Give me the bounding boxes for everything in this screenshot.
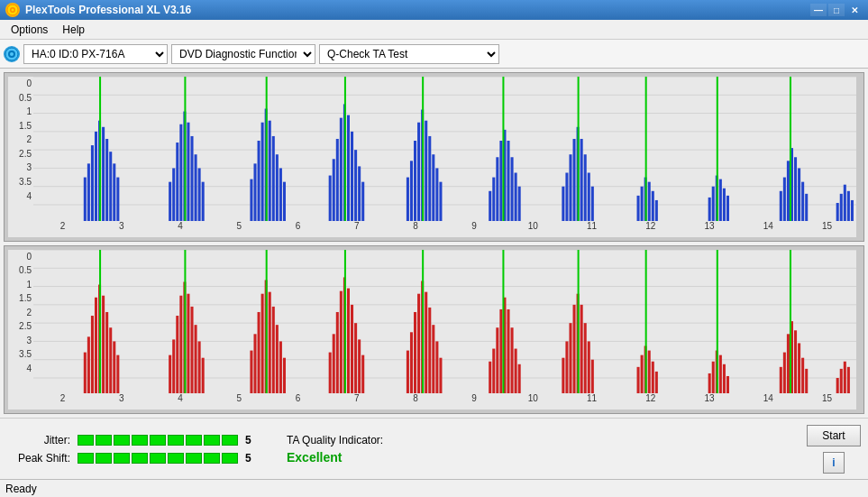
bottom-chart-panel: 4 3.5 3 2.5 2 1.5 1 0.5 0 [4,245,864,415]
svg-rect-113 [836,203,839,221]
jitter-bar-8 [204,435,220,446]
test-select[interactable]: Q-Check TA Test [319,44,499,64]
svg-rect-161 [333,334,335,393]
ta-quality-value: Excellent [287,450,342,465]
svg-rect-27 [172,168,175,220]
svg-rect-198 [584,323,587,393]
device-selector-group: HA:0 ID:0 PX-716A [4,44,168,64]
jitter-bar-3 [114,435,130,446]
svg-rect-216 [780,366,782,393]
svg-rect-182 [489,361,491,393]
svg-rect-209 [708,373,711,393]
svg-rect-156 [276,325,279,393]
svg-rect-104 [780,191,782,221]
start-button[interactable]: Start [807,425,861,446]
svg-rect-222 [801,357,804,393]
svg-rect-169 [361,354,364,393]
svg-rect-73 [499,141,502,220]
svg-rect-15 [84,178,87,221]
bottom-panel: Jitter: 5 Peak Shift: [0,418,868,479]
svg-rect-80 [562,187,564,221]
svg-rect-111 [805,194,808,221]
bottom-chart-area: 4 3.5 3 2.5 2 1.5 1 0.5 0 [8,250,856,410]
svg-rect-195 [573,304,576,393]
svg-rect-56 [358,166,361,220]
svg-rect-210 [712,361,715,393]
svg-rect-223 [805,368,808,393]
svg-rect-17 [91,145,94,220]
svg-rect-165 [347,288,350,393]
svg-rect-197 [580,304,583,393]
svg-rect-116 [847,191,850,221]
svg-rect-144 [190,306,193,393]
svg-rect-117 [851,200,854,221]
svg-rect-20 [102,127,105,221]
svg-rect-173 [414,311,416,393]
function-select[interactable]: DVD Diagnostic Functions [171,44,315,64]
svg-rect-97 [708,198,711,221]
svg-rect-150 [253,334,256,393]
peakshift-bar-6 [168,453,184,464]
device-icon [4,46,20,62]
svg-rect-76 [511,157,514,220]
svg-rect-51 [340,118,343,221]
svg-rect-86 [584,154,587,220]
maximize-button[interactable]: □ [828,4,845,16]
peakshift-bar-2 [96,453,112,464]
svg-rect-108 [794,157,797,220]
svg-rect-218 [787,334,790,393]
svg-rect-21 [105,139,108,221]
svg-rect-82 [569,154,571,220]
svg-rect-185 [499,308,502,393]
svg-rect-226 [840,368,843,393]
svg-rect-46 [283,182,286,221]
jitter-bar-4 [132,435,148,446]
jitter-bar-1 [78,435,94,446]
peakshift-label: Peak Shift: [7,452,70,465]
svg-rect-174 [417,293,420,393]
bottom-y-axis: 4 3.5 3 2.5 2 1.5 1 0.5 0 [8,250,33,376]
svg-rect-71 [492,178,495,221]
svg-rect-213 [723,364,726,393]
svg-rect-39 [258,141,260,220]
svg-rect-141 [179,295,182,393]
svg-rect-221 [798,343,800,393]
jitter-bar-9 [222,435,238,446]
minimize-button[interactable]: — [810,4,827,16]
menu-options[interactable]: Options [4,22,55,38]
svg-rect-203 [641,354,644,393]
svg-rect-65 [428,136,431,221]
svg-rect-192 [562,357,564,393]
svg-rect-162 [336,311,339,393]
peakshift-bar-1 [78,453,94,464]
close-button[interactable]: ✕ [846,4,863,16]
menu-help[interactable]: Help [55,22,92,38]
svg-rect-225 [836,378,839,393]
svg-rect-32 [190,136,193,221]
svg-rect-54 [351,132,353,221]
svg-rect-26 [169,182,171,221]
svg-rect-68 [439,182,442,221]
svg-rect-85 [580,139,583,221]
svg-rect-106 [787,161,790,220]
svg-rect-110 [801,182,804,221]
svg-rect-187 [507,308,509,393]
svg-rect-49 [333,159,335,220]
svg-rect-67 [435,168,438,220]
svg-rect-177 [428,307,431,393]
svg-rect-22 [109,152,112,220]
svg-rect-87 [588,173,590,221]
svg-rect-115 [844,185,846,221]
svg-rect-105 [783,178,786,221]
svg-rect-38 [253,163,256,220]
svg-rect-168 [358,339,361,393]
svg-rect-227 [844,361,846,393]
svg-rect-163 [340,290,343,393]
svg-rect-62 [417,123,420,221]
device-select[interactable]: HA:0 ID:0 PX-716A [23,44,168,64]
info-button[interactable]: i [823,452,845,474]
svg-rect-128 [87,336,90,393]
svg-rect-37 [250,179,252,221]
svg-rect-157 [279,341,282,393]
svg-rect-78 [518,187,521,221]
